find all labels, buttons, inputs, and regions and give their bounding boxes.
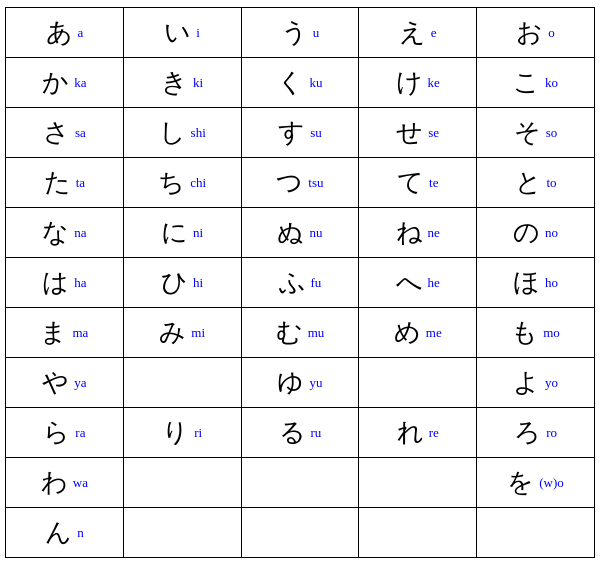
table-row: わwaを(w)o	[6, 458, 595, 508]
romaji-label: tsu	[308, 175, 323, 191]
romaji-label: he	[428, 275, 440, 291]
table-cell: しshi	[123, 108, 241, 158]
romaji-label: yo	[545, 375, 558, 391]
cell-content: おo	[479, 15, 592, 50]
cell-content: へhe	[361, 265, 474, 300]
table-cell: ほho	[477, 258, 595, 308]
kana-character: わ	[41, 465, 68, 500]
kana-character: け	[396, 65, 423, 100]
table-cell: かka	[6, 58, 124, 108]
cell-content: けke	[361, 65, 474, 100]
romaji-label: so	[546, 125, 558, 141]
table-cell: くku	[241, 58, 359, 108]
table-cell: たta	[6, 158, 124, 208]
romaji-label: o	[548, 25, 555, 41]
table-cell: おo	[477, 8, 595, 58]
cell-content: あa	[8, 15, 121, 50]
kana-character: き	[161, 65, 188, 100]
kana-character: せ	[396, 115, 423, 150]
cell-content: れre	[361, 415, 474, 450]
romaji-label: ma	[72, 325, 88, 341]
romaji-label: se	[428, 125, 439, 141]
romaji-label: yu	[309, 375, 322, 391]
kana-character: す	[278, 115, 305, 150]
table-cell	[359, 458, 477, 508]
table-cell: まma	[6, 308, 124, 358]
cell-content: そso	[479, 115, 592, 150]
table-cell: ふfu	[241, 258, 359, 308]
romaji-label: shi	[191, 125, 206, 141]
cell-content: んn	[8, 515, 121, 550]
kana-character: お	[516, 15, 543, 50]
table-cell: うu	[241, 8, 359, 58]
kana-character: は	[42, 265, 69, 300]
table-cell	[359, 508, 477, 558]
cell-content: らra	[8, 415, 121, 450]
table-cell: るru	[241, 408, 359, 458]
romaji-label: u	[313, 25, 320, 41]
cell-content: むmu	[244, 315, 357, 350]
romaji-label: te	[429, 175, 438, 191]
table-cell	[241, 508, 359, 558]
romaji-label: hi	[193, 275, 203, 291]
romaji-label: ru	[311, 425, 322, 441]
table-row: まmaみmiむmuめmeもmo	[6, 308, 595, 358]
romaji-label: mu	[308, 325, 325, 341]
table-cell: りri	[123, 408, 241, 458]
kana-character: り	[162, 415, 189, 450]
kana-character: ろ	[514, 415, 541, 450]
table-cell: きki	[123, 58, 241, 108]
kana-character: こ	[513, 65, 540, 100]
kana-character: ん	[45, 515, 72, 550]
cell-content: てte	[361, 165, 474, 200]
table-row: やyaゆyuよyo	[6, 358, 595, 408]
kana-character: し	[159, 115, 186, 150]
romaji-label: na	[74, 225, 86, 241]
table-cell: すsu	[241, 108, 359, 158]
cell-content: たta	[8, 165, 121, 200]
table-cell: のno	[477, 208, 595, 258]
table-cell: よyo	[477, 358, 595, 408]
table-cell: へhe	[359, 258, 477, 308]
kana-character: い	[164, 15, 191, 50]
romaji-label: ha	[74, 275, 86, 291]
cell-content: ふfu	[244, 265, 357, 300]
romaji-label: ka	[74, 75, 86, 91]
kana-character: く	[277, 65, 304, 100]
table-cell: ゆyu	[241, 358, 359, 408]
kana-character: さ	[43, 115, 70, 150]
table-cell: ろro	[477, 408, 595, 458]
kana-character: ひ	[161, 265, 188, 300]
table-row: たtaちchiつtsuてteとto	[6, 158, 595, 208]
cell-content: かka	[8, 65, 121, 100]
kana-character: ゆ	[277, 365, 304, 400]
romaji-label: (w)o	[539, 475, 564, 491]
cell-content: を(w)o	[479, 465, 592, 500]
table-cell: せse	[359, 108, 477, 158]
kana-character: て	[397, 165, 424, 200]
kana-character: と	[515, 165, 542, 200]
table-cell: えe	[359, 8, 477, 58]
cell-content: くku	[244, 65, 357, 100]
table-row: あaいiうuえeおo	[6, 8, 595, 58]
romaji-label: n	[77, 525, 84, 541]
cell-content: いi	[126, 15, 239, 50]
romaji-label: re	[429, 425, 439, 441]
cell-content: さsa	[8, 115, 121, 150]
cell-content: ゆyu	[244, 365, 357, 400]
romaji-label: ta	[76, 175, 85, 191]
cell-content: はha	[8, 265, 121, 300]
table-row: なnaにniぬnuねneのno	[6, 208, 595, 258]
table-row: んn	[6, 508, 595, 558]
romaji-label: ro	[546, 425, 557, 441]
table-cell: さsa	[6, 108, 124, 158]
romaji-label: ku	[309, 75, 322, 91]
romaji-label: ya	[74, 375, 86, 391]
table-cell	[123, 358, 241, 408]
cell-content: みmi	[126, 315, 239, 350]
table-cell: やya	[6, 358, 124, 408]
cell-content: なna	[8, 215, 121, 250]
cell-content: わwa	[8, 465, 121, 500]
romaji-label: ho	[545, 275, 558, 291]
romaji-label: a	[78, 25, 84, 41]
